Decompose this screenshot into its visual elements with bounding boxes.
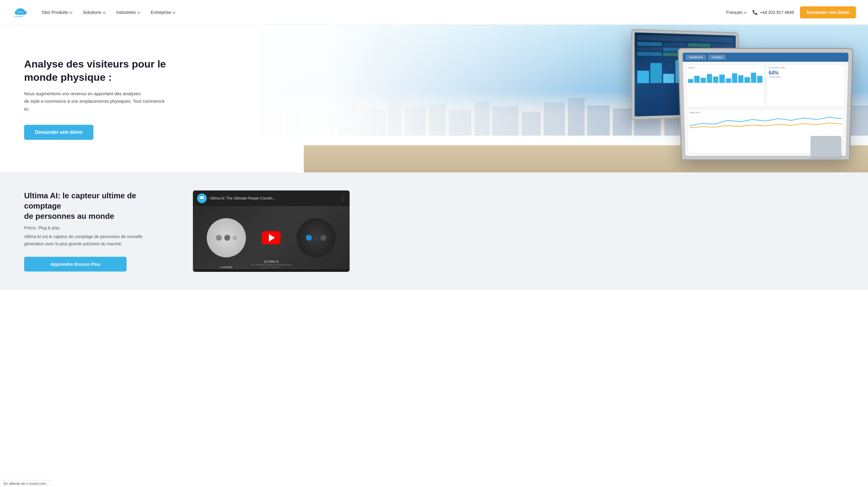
device-circle-light (207, 218, 246, 257)
chart-bar (744, 77, 750, 83)
video-header: Ultima AI: The Ultimate People Counting … (193, 190, 350, 206)
monitor-chart-bar (637, 71, 649, 84)
svg-text:v-count: v-count (14, 15, 23, 18)
below-hero-section: Ultima AI: le capteur ultime de comptage… (0, 172, 868, 290)
svg-point-34 (200, 197, 202, 199)
play-button[interactable] (262, 231, 281, 244)
chart-bar (732, 73, 737, 83)
nav-item-products[interactable]: Des Produits (42, 10, 72, 15)
phone-icon: 📞 (752, 10, 758, 15)
navbar-left: v-count v- count Des Produits Solutions … (12, 5, 175, 20)
monitor-cell (637, 47, 661, 51)
navbar: v-count v- count Des Produits Solutions … (0, 0, 868, 25)
chart-bar (757, 76, 763, 83)
video-header-left: Ultima AI: The Ultimate People Counting … (197, 193, 276, 203)
chart-bar (688, 79, 693, 83)
chart-title: Visitors (687, 67, 762, 69)
svg-text:count: count (20, 11, 24, 13)
device-right-container (297, 218, 336, 257)
hero-title: Analyse des visiteurs pour le monde phys… (24, 57, 175, 84)
chevron-down-icon (137, 10, 140, 13)
chart-bar (751, 72, 756, 83)
svg-point-35 (202, 197, 204, 199)
device-lens (320, 235, 327, 241)
device-lens (216, 235, 222, 241)
laptop-card-chart: Visitors (685, 64, 765, 107)
video-area: Ultima AI: The Ultimate People Counting … (193, 190, 350, 272)
phone-link[interactable]: 📞 +44 203 917 4649 (752, 10, 794, 15)
laptop-tab: Dashboard (686, 55, 706, 60)
hero-content: Analyse des visiteurs pour le monde phys… (0, 39, 193, 158)
chart-bar (719, 74, 725, 83)
metric-value: 64% (769, 70, 843, 76)
chevron-down-icon (69, 10, 72, 13)
line-chart-svg (689, 115, 842, 129)
demo-button-nav[interactable]: Demander Une Démo (800, 6, 856, 19)
monitor-data-row-1 (637, 42, 733, 48)
laptop-tab: Analytics (708, 55, 726, 60)
video-menu-icon[interactable]: ⋮ (340, 195, 345, 202)
device-lens (314, 236, 318, 240)
channel-logo (197, 193, 207, 203)
chart-bar (694, 76, 700, 83)
section-tagline: Précis. Plug & play. (24, 225, 169, 230)
nav-item-entreprise[interactable]: Entreprise (151, 10, 175, 15)
section-desc: Ultima AI est le capteur de comptage de … (24, 233, 169, 248)
logo[interactable]: v-count v- count (12, 5, 30, 20)
video-title: Ultima AI: The Ultimate People Counting … (210, 196, 276, 201)
device-lens (224, 235, 230, 241)
section-title: Ultima AI: le capteur ultime de comptage… (24, 191, 169, 221)
monitor-cell (663, 42, 687, 47)
device-circle-dark (297, 218, 336, 257)
laptop-card-metric: Conversion Rate 64% vs last week (767, 64, 846, 107)
hero-subtitle: Nous augmentons vos revenus en apportant… (24, 90, 169, 113)
nav-links: Des Produits Solutions Industries Entrep… (42, 10, 175, 15)
chart-bars (688, 70, 763, 83)
hero-demo-button[interactable]: Demander une démo (24, 125, 93, 140)
monitor-cell (637, 42, 661, 46)
video-bottom-label: ULTIMA AI The Ultimate People Counting S… (251, 260, 291, 268)
device-lens (306, 235, 312, 241)
monitor-cell (688, 43, 710, 47)
metric-title: Conversion Rate (769, 67, 843, 69)
chevron-down-icon (172, 10, 176, 13)
device-left-container: V-COUNT (207, 218, 246, 257)
nav-item-industries[interactable]: Industries (116, 10, 140, 15)
monitor-chart-bar (650, 63, 662, 83)
device-label-light: V-COUNT (208, 266, 244, 269)
desk-notebook (811, 136, 841, 157)
chart-bar (726, 78, 731, 83)
nav-item-solutions[interactable]: Solutions (83, 10, 105, 15)
chart-bar (713, 77, 718, 83)
line-chart-title: Traffic trend (689, 111, 842, 113)
chevron-down-icon (102, 10, 106, 13)
chart-bar (707, 74, 712, 83)
monitor-chart-bar (663, 74, 674, 83)
metric-label: vs last week (769, 76, 843, 78)
monitor-cell (712, 44, 734, 48)
video-container[interactable]: Ultima AI: The Ultimate People Counting … (193, 190, 350, 272)
play-triangle-icon (269, 234, 275, 242)
monitor-header-bar (637, 35, 733, 42)
chevron-down-icon (743, 10, 747, 13)
device-lens (233, 236, 237, 240)
monitor-cell (637, 52, 661, 56)
learn-more-button[interactable]: Apprendre Encore Plus (24, 257, 127, 272)
language-selector[interactable]: Français (726, 10, 746, 15)
chart-bar (738, 75, 744, 83)
laptop-topbar: Dashboard Analytics (683, 53, 849, 62)
navbar-right: Français 📞 +44 203 917 4649 Demander Une… (726, 6, 856, 19)
section-text: Ultima AI: le capteur ultime de comptage… (24, 191, 169, 272)
chart-bar (701, 78, 706, 83)
hero-section: Dashboard Analytics Visitors Conversion … (0, 25, 868, 172)
